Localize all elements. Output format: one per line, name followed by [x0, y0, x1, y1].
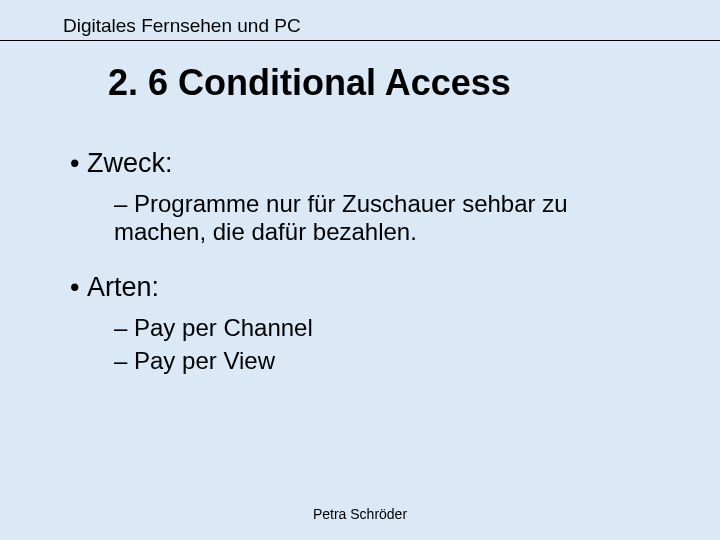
sub-bullet-text: Pay per View — [134, 347, 275, 374]
sub-bullet: – Pay per View — [114, 347, 650, 375]
sub-bullet-text: Programme nur für Zuschauer sehbar zu ma… — [114, 190, 568, 245]
sub-bullet: – Pay per Channel — [114, 314, 650, 342]
bullet-dot-icon: • — [70, 148, 87, 180]
header-text: Digitales Fernsehen und PC — [63, 15, 301, 37]
sub-bullet-text: Pay per Channel — [134, 314, 313, 341]
dash-icon: – — [114, 314, 134, 341]
dash-icon: – — [114, 190, 134, 217]
sub-bullet: – Programme nur für Zuschauer sehbar zu … — [114, 190, 650, 247]
footer-author: Petra Schröder — [0, 506, 720, 522]
slide-title: 2. 6 Conditional Access — [108, 62, 511, 104]
bullet-zweck: • Zweck: — [70, 148, 650, 180]
bullet-arten: • Arten: — [70, 272, 650, 304]
bullet-label: Zweck: — [87, 148, 173, 178]
slide-content: • Zweck: – Programme nur für Zuschauer s… — [70, 148, 650, 379]
bullet-dot-icon: • — [70, 272, 87, 304]
slide: Digitales Fernsehen und PC 2. 6 Conditio… — [0, 0, 720, 540]
dash-icon: – — [114, 347, 134, 374]
header-divider — [0, 40, 720, 41]
bullet-label: Arten: — [87, 272, 159, 302]
